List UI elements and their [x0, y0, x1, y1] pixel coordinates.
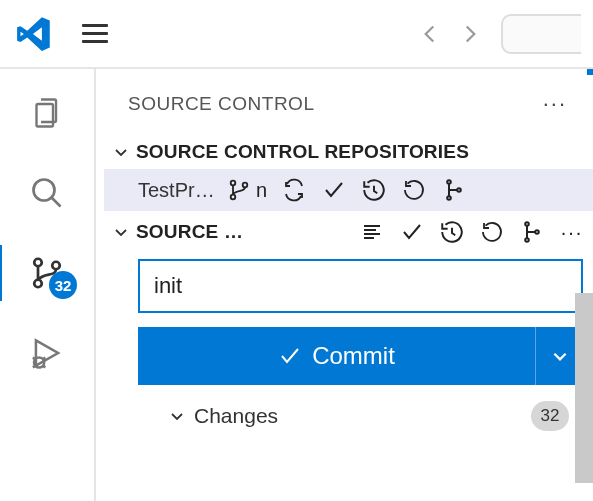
nav-back-button[interactable] [417, 21, 443, 47]
svg-point-6 [231, 195, 236, 200]
svg-point-2 [34, 280, 42, 288]
svg-point-12 [525, 238, 529, 242]
changes-section-header[interactable]: Changes 32 [138, 385, 583, 431]
repository-row[interactable]: TestPr… n [104, 169, 593, 211]
vscode-logo-icon [12, 12, 56, 56]
svg-point-1 [34, 259, 42, 267]
search-tab[interactable] [25, 171, 69, 215]
commit-message-input[interactable] [138, 259, 583, 313]
nav-forward-button[interactable] [457, 21, 483, 47]
changes-count-badge: 32 [531, 401, 569, 431]
more-icon[interactable]: ··· [559, 219, 585, 245]
source-control-panel: SOURCE CONTROL ··· SOURCE CONTROL REPOSI… [96, 69, 593, 501]
repository-name: TestPr… [138, 179, 216, 202]
checkmark-icon[interactable] [399, 219, 425, 245]
checkmark-icon[interactable] [321, 177, 347, 203]
refresh-icon[interactable] [401, 177, 427, 203]
explorer-tab[interactable] [25, 91, 69, 135]
svg-point-7 [243, 183, 248, 188]
menu-button[interactable] [74, 16, 116, 51]
branch-label: n [256, 179, 267, 202]
scrollbar[interactable] [575, 293, 593, 483]
repositories-section-header[interactable]: SOURCE CONTROL REPOSITORIES [104, 135, 593, 169]
svg-point-3 [52, 262, 60, 270]
activity-bar: 32 [0, 69, 96, 501]
sync-icon[interactable] [281, 177, 307, 203]
scm-badge: 32 [49, 271, 77, 299]
svg-point-8 [447, 180, 451, 184]
panel-more-button[interactable]: ··· [535, 87, 575, 121]
svg-point-5 [231, 181, 236, 186]
graph-icon[interactable] [519, 219, 545, 245]
view-tree-icon[interactable] [359, 219, 385, 245]
chevron-down-icon [112, 223, 130, 241]
history-icon[interactable] [361, 177, 387, 203]
commit-button[interactable]: Commit [138, 327, 535, 385]
command-center[interactable] [501, 14, 581, 54]
svg-point-11 [525, 222, 529, 226]
source-control-tab[interactable]: 32 [25, 251, 69, 295]
graph-icon[interactable] [441, 177, 467, 203]
branch-icon[interactable] [226, 177, 252, 203]
svg-point-0 [34, 180, 55, 201]
chevron-down-icon [168, 407, 186, 425]
svg-point-10 [457, 188, 461, 192]
run-debug-tab[interactable] [25, 331, 69, 375]
title-bar [0, 0, 593, 69]
panel-title: SOURCE CONTROL [128, 93, 314, 115]
repositories-title: SOURCE CONTROL REPOSITORIES [136, 141, 469, 163]
history-icon[interactable] [439, 219, 465, 245]
chevron-down-icon [112, 143, 130, 161]
refresh-icon[interactable] [479, 219, 505, 245]
svg-point-9 [447, 196, 451, 200]
source-control-section-header[interactable]: SOURCE … [104, 211, 593, 253]
commit-button-label: Commit [312, 342, 395, 370]
source-control-section-title: SOURCE … [136, 221, 258, 243]
changes-label: Changes [194, 404, 278, 428]
svg-point-13 [535, 230, 539, 234]
